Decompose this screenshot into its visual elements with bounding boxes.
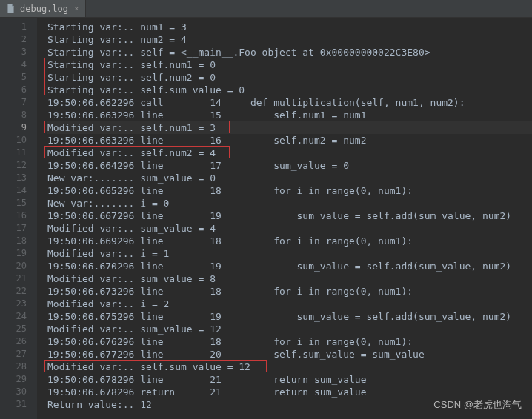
line-number: 13 <box>0 172 37 184</box>
code-line: 19:50:06.670296 line 19 sum_value = self… <box>47 260 532 272</box>
line-number: 26 <box>0 335 37 348</box>
code-line: 19:50:06.673296 line 18 for i in range(0… <box>47 285 532 298</box>
line-number: 6 <box>0 84 37 96</box>
line-number: 25 <box>0 323 37 335</box>
code-line: Starting var:.. self = <__main__.Foo obj… <box>47 46 532 58</box>
line-number: 11 <box>0 147 37 159</box>
line-number-gutter: 1234567891011121314151617181920212223242… <box>0 18 37 419</box>
code-line: 19:50:06.678296 return 21 return sum_val… <box>47 386 532 398</box>
line-number: 29 <box>0 373 37 386</box>
line-number: 28 <box>0 361 37 373</box>
code-line: New var:....... i = 0 <box>47 197 532 210</box>
line-number: 31 <box>0 398 37 411</box>
line-number: 9 <box>0 121 37 134</box>
line-number: 21 <box>0 272 37 285</box>
line-number: 23 <box>0 298 37 310</box>
line-number: 7 <box>0 96 37 109</box>
code-line: Starting var:.. self.sum_value = 0 <box>47 84 532 96</box>
line-number: 20 <box>0 260 37 272</box>
line-number: 22 <box>0 285 37 298</box>
code-line: 19:50:06.667296 line 19 sum_value = self… <box>47 210 532 222</box>
code-line: Starting var:.. num2 = 4 <box>47 33 532 46</box>
tab-bar: debug.log × <box>0 0 532 18</box>
code-line: Modified var:.. sum_value = 8 <box>47 272 532 285</box>
line-number: 5 <box>0 71 37 84</box>
line-number: 4 <box>0 58 37 71</box>
tab-filename: debug.log <box>20 4 68 14</box>
code-line: 19:50:06.676296 line 18 for i in range(0… <box>47 335 532 348</box>
close-icon[interactable]: × <box>74 4 79 13</box>
line-number: 27 <box>0 348 37 361</box>
line-number: 18 <box>0 235 37 247</box>
code-line: Modified var:.. i = 2 <box>47 298 532 310</box>
line-number: 14 <box>0 184 37 197</box>
file-tab[interactable]: debug.log × <box>0 0 86 17</box>
line-number: 3 <box>0 46 37 58</box>
code-line: New var:....... sum_value = 0 <box>47 172 532 184</box>
code-line: 19:50:06.665296 line 18 for i in range(0… <box>47 184 532 197</box>
code-line: 19:50:06.677296 line 20 self.sum_value =… <box>47 348 532 361</box>
code-line: 19:50:06.678296 line 21 return sum_value <box>47 373 532 386</box>
code-line: Modified var:.. sum_value = 12 <box>47 323 532 335</box>
code-line: Modified var:.. self.sum_value = 12 <box>47 361 532 373</box>
line-number: 19 <box>0 247 37 260</box>
code-line: 19:50:06.669296 line 18 for i in range(0… <box>47 235 532 247</box>
line-number: 10 <box>0 134 37 147</box>
code-line: Starting var:.. self.num2 = 0 <box>47 71 532 84</box>
code-line: Modified var:.. i = 1 <box>47 247 532 260</box>
code-line: Modified var:.. sum_value = 4 <box>47 222 532 235</box>
code-line: Starting var:.. self.num1 = 0 <box>47 58 532 71</box>
code-line: 19:50:06.675296 line 19 sum_value = self… <box>47 310 532 323</box>
code-line: 19:50:06.662296 call 14 def multiplicati… <box>47 96 532 109</box>
line-number: 15 <box>0 197 37 210</box>
editor-area: 1234567891011121314151617181920212223242… <box>0 18 532 419</box>
code-line: Starting var:.. num1 = 3 <box>47 21 532 33</box>
line-number: 1 <box>0 21 37 33</box>
code-line: Modified var:.. self.num2 = 4 <box>47 147 532 159</box>
code-line: 19:50:06.663296 line 16 self.num2 = num2 <box>47 134 532 147</box>
line-number: 8 <box>0 109 37 121</box>
line-number: 24 <box>0 310 37 323</box>
code-line: 19:50:06.663296 line 15 self.num1 = num1 <box>47 109 532 121</box>
line-number: 16 <box>0 210 37 222</box>
code-content[interactable]: Starting var:.. num1 = 3Starting var:.. … <box>37 18 532 419</box>
code-line: 19:50:06.664296 line 17 sum_value = 0 <box>47 159 532 172</box>
file-icon <box>6 4 16 13</box>
code-line: Modified var:.. self.num1 = 3 <box>47 121 532 134</box>
line-number: 2 <box>0 33 37 46</box>
line-number: 17 <box>0 222 37 235</box>
watermark: CSDN @老虎也淘气 <box>433 398 522 412</box>
line-number: 30 <box>0 386 37 398</box>
line-number: 12 <box>0 159 37 172</box>
